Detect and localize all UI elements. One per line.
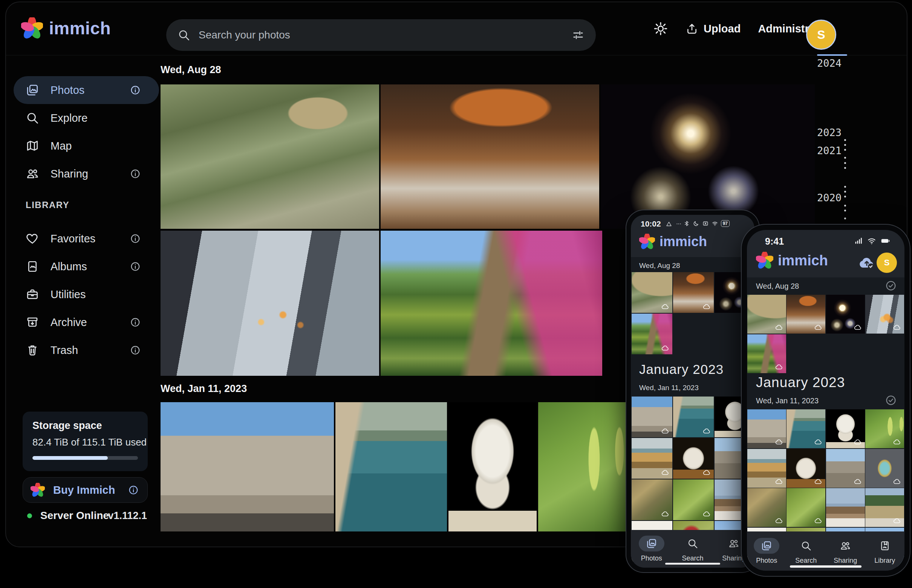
cloud-backup-icon: [702, 510, 711, 518]
select-all-check-icon[interactable]: [885, 394, 897, 406]
select-all-check-icon[interactable]: [885, 279, 897, 292]
info-icon[interactable]: [130, 317, 141, 328]
user-avatar[interactable]: S: [876, 252, 897, 273]
photo-stone-sculpture[interactable]: [786, 449, 825, 488]
cloud-backup-icon: [854, 323, 862, 331]
photo-lizard-on-rock[interactable]: [747, 488, 786, 527]
photo-row: [161, 402, 626, 531]
photo-beach-cliff[interactable]: [632, 438, 672, 479]
status-time: 9:41: [765, 236, 784, 247]
photo-sea-grape-berries[interactable]: [865, 409, 904, 448]
info-icon[interactable]: [130, 84, 141, 96]
photo-row: [161, 84, 815, 229]
photo-holding-hands[interactable]: [865, 295, 904, 334]
photo-autumn-park-path[interactable]: [747, 334, 786, 373]
cloud-sync-icon[interactable]: [858, 253, 876, 271]
sidebar-item-sharing[interactable]: Sharing: [14, 160, 159, 188]
battery-icon: [880, 236, 891, 246]
sidebar-item-explore[interactable]: Explore: [14, 104, 159, 132]
photo-cupcake-tower[interactable]: [865, 449, 904, 488]
photo-beach-cliff[interactable]: [747, 449, 786, 488]
cloud-backup-icon: [814, 516, 822, 525]
photo-dinner-table[interactable]: [381, 84, 599, 229]
immich-logo[interactable]: immich: [21, 17, 111, 39]
upload-label: Upload: [704, 23, 741, 35]
filter-tune-icon[interactable]: [572, 29, 584, 42]
nav-item-photos[interactable]: Photos: [631, 530, 672, 568]
photo-fireworks[interactable]: [601, 84, 815, 229]
info-icon[interactable]: [130, 261, 141, 272]
sidebar-item-archive[interactable]: Archive: [14, 309, 159, 336]
photo-lizard-on-rock[interactable]: [632, 480, 672, 520]
cloud-backup-icon: [814, 477, 822, 485]
photo-stone-sculpture[interactable]: [673, 438, 714, 479]
info-icon[interactable]: [130, 233, 141, 244]
photo-coastal-town[interactable]: [336, 402, 447, 531]
iphone-mockup: 9:41 immich S Wed, Aug 28 January 2023 W…: [742, 225, 910, 576]
photo-sea-grape-berries[interactable]: [538, 402, 626, 531]
album-icon: [26, 260, 39, 273]
photo-ruins-wall[interactable]: [826, 449, 865, 488]
photo-monkeys-forest[interactable]: [632, 272, 672, 313]
photo-snowy-village[interactable]: [826, 488, 865, 527]
scrubber-year-2024[interactable]: 2024: [817, 57, 841, 69]
photo-monkeys-forest[interactable]: [747, 295, 786, 334]
photo-holding-hands[interactable]: [161, 231, 379, 376]
scrubber-year-2021[interactable]: 2021: [817, 145, 841, 157]
sidebar-item-albums[interactable]: Albums: [14, 252, 159, 280]
nav-item-sharing[interactable]: Sharing: [826, 531, 865, 571]
photo-fortress-walls[interactable]: [632, 397, 672, 437]
sidebar-item-photos[interactable]: Photos: [14, 76, 159, 104]
cloud-backup-icon: [702, 426, 711, 435]
sidebar-label-archive: Archive: [50, 316, 87, 329]
trash-icon: [26, 343, 39, 357]
storage-progress-track: [32, 456, 138, 460]
photo-fortress-walls[interactable]: [747, 409, 786, 448]
sidebar-item-utilities[interactable]: Utilities: [14, 280, 159, 309]
photo-coastal-town[interactable]: [673, 397, 714, 437]
photo-dinner-table[interactable]: [786, 295, 825, 334]
info-icon[interactable]: [130, 344, 141, 356]
home-indicator[interactable]: [790, 565, 862, 568]
sidebar-item-map[interactable]: Map: [14, 132, 159, 160]
photo-marble-bust[interactable]: [449, 402, 537, 531]
nav-label: Photos: [641, 554, 662, 562]
scrubber-year-2023[interactable]: 2023: [817, 127, 841, 138]
photo-alpine-farm[interactable]: [865, 488, 904, 527]
nav-item-search[interactable]: Search: [786, 531, 826, 571]
photo-monkeys-forest[interactable]: [161, 84, 379, 229]
theme-toggle-sun-icon[interactable]: [653, 21, 668, 36]
search-icon: [178, 29, 190, 42]
immich-pinwheel-icon: [21, 17, 43, 39]
nav-item-library[interactable]: Library: [865, 531, 905, 571]
buy-immich-button[interactable]: Buy Immich: [23, 477, 148, 503]
date-group-header: Wed, Aug 28: [639, 262, 680, 270]
info-icon[interactable]: [130, 168, 141, 179]
cloud-backup-icon: [775, 363, 783, 371]
photo-autumn-park-path[interactable]: [381, 231, 602, 376]
home-indicator[interactable]: [665, 563, 720, 565]
photo-autumn-park-path[interactable]: [632, 313, 672, 354]
cloud-backup-icon: [661, 468, 669, 477]
photo-marble-bust[interactable]: [826, 409, 865, 448]
photo-fireworks[interactable]: [826, 295, 865, 334]
cloud-backup-icon: [775, 323, 783, 331]
photo-fortress-walls[interactable]: [161, 402, 334, 531]
photo-lizard-on-moss[interactable]: [786, 488, 825, 527]
photo-lizard-on-moss[interactable]: [673, 480, 714, 520]
photo-dinner-table[interactable]: [673, 272, 714, 313]
photo-coastal-town[interactable]: [786, 409, 825, 448]
upload-button[interactable]: Upload: [686, 22, 741, 35]
search-bar[interactable]: [166, 19, 596, 51]
nav-item-search[interactable]: Search: [672, 530, 713, 568]
info-icon[interactable]: [128, 485, 139, 496]
sidebar-item-favorites[interactable]: Favorites: [14, 225, 159, 252]
android-bottom-nav: Photos Search Sharing: [631, 530, 754, 568]
battery-percent-badge: 97: [721, 220, 730, 227]
sidebar-label-albums: Albums: [50, 260, 87, 273]
user-avatar[interactable]: S: [806, 19, 836, 50]
scrubber-year-2020[interactable]: 2020: [817, 192, 841, 204]
nav-item-photos[interactable]: Photos: [747, 531, 786, 571]
sidebar-item-trash[interactable]: Trash: [14, 336, 159, 364]
search-input[interactable]: [198, 29, 564, 42]
